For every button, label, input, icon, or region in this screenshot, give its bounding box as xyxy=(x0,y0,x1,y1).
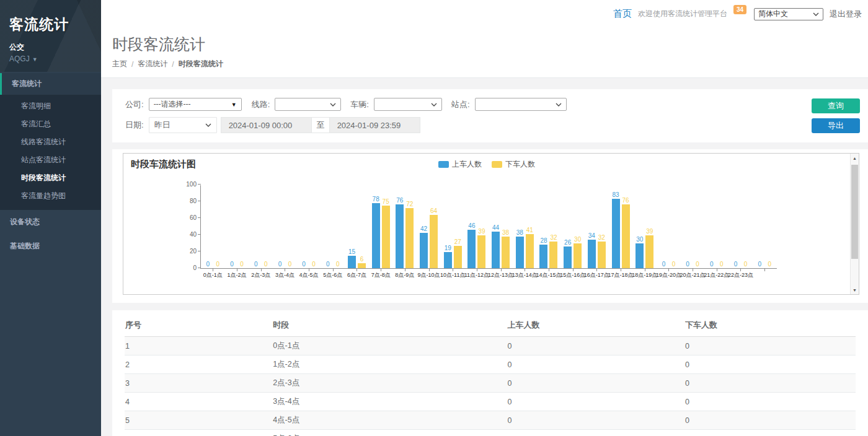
sidebar-item-base-data[interactable]: 基础数据 xyxy=(0,234,101,258)
user-dropdown[interactable]: AQGJ▼ xyxy=(9,54,101,63)
bar-column: 0 xyxy=(310,261,318,268)
bar-value-label: 38 xyxy=(516,229,523,236)
x-axis-label: 8点-9点 xyxy=(395,271,414,279)
sidebar: 客流统计 公交 AQGJ▼ 客流统计 客流明细客流汇总线路客流统计站点客流统计时… xyxy=(0,0,101,436)
bar-column: 32 xyxy=(549,234,557,268)
notification-badge[interactable]: 34 xyxy=(733,5,746,14)
station-select[interactable] xyxy=(475,98,567,111)
bar-value-label: 30 xyxy=(636,236,643,243)
bar-column: 0 xyxy=(717,261,725,268)
x-axis-label: 0点-1点 xyxy=(203,271,223,279)
table-row: 10点-1点00 xyxy=(125,337,856,355)
scroll-down-icon[interactable]: ▼ xyxy=(851,286,859,294)
bar-column: 0 xyxy=(204,261,212,268)
bar-value-label: 83 xyxy=(612,191,619,198)
bar-value-label: 72 xyxy=(406,201,413,207)
bar-value-label: 28 xyxy=(540,237,547,244)
bar-value-label: 0 xyxy=(758,261,761,268)
home-link[interactable]: 首页 xyxy=(613,8,632,20)
chart-container[interactable]: 时段车流统计图 上车人数下车人数 020406080100000点-1点001点… xyxy=(123,153,859,295)
table-cell: 0 xyxy=(507,430,684,436)
org-name: 公交 xyxy=(9,42,101,53)
bar-value-label: 0 xyxy=(336,261,340,268)
company-select[interactable]: ---请选择--- ▼ xyxy=(149,98,242,111)
table-row: 43点-4点00 xyxy=(125,393,856,411)
bar-column: 75 xyxy=(382,198,390,268)
chevron-down-icon xyxy=(205,123,211,127)
bar-value-label: 27 xyxy=(454,238,461,245)
data-table: 序号时段上车人数下车人数 10点-1点0021点-2点0032点-3点0043点… xyxy=(125,315,856,436)
bar-value-label: 0 xyxy=(206,261,210,268)
bar-column: 30 xyxy=(636,236,644,269)
x-axis-label: 15点-16点 xyxy=(560,271,585,279)
bar-group: 192710点-11点 xyxy=(441,185,465,268)
table-cell: 0 xyxy=(684,393,856,411)
sidebar-subitem[interactable]: 客流汇总 xyxy=(0,115,101,133)
legend-item[interactable]: 下车人数 xyxy=(492,159,535,170)
vehicle-select[interactable] xyxy=(374,98,442,111)
bar-column: 0 xyxy=(276,261,284,268)
date-label: 日期: xyxy=(125,120,144,131)
bar-column: 0 xyxy=(300,261,308,268)
station-label: 站点: xyxy=(451,99,470,110)
table-cell: 1 xyxy=(125,337,272,355)
x-axis-label: 21点-22点 xyxy=(704,271,729,279)
sidebar-submenu: 客流明细客流汇总线路客流统计站点客流统计时段客流统计客流量趋势图 xyxy=(0,95,101,210)
welcome-text: 欢迎使用客流统计管理平台 xyxy=(638,9,727,19)
scrollbar-thumb[interactable] xyxy=(851,165,858,259)
table-cell: 3 xyxy=(125,374,272,393)
date-end-input[interactable]: 2024-01-09 23:59 xyxy=(329,117,420,133)
breadcrumb-current: 时段客流统计 xyxy=(179,59,223,69)
bar-value-label: 26 xyxy=(564,239,571,246)
breadcrumb-home[interactable]: 主页 xyxy=(112,59,127,69)
bar-value-label: 78 xyxy=(373,196,379,203)
bar-value-label: 75 xyxy=(383,198,389,205)
bar xyxy=(539,245,547,268)
x-axis-label: 20点-21点 xyxy=(680,271,706,279)
bar-value-label: 0 xyxy=(326,261,330,268)
chevron-down-icon xyxy=(556,103,562,107)
logout-link[interactable]: 退出登录 xyxy=(830,9,862,20)
bar xyxy=(430,215,438,268)
bar-group: 463911点-12点 xyxy=(465,185,489,268)
language-select[interactable]: 简体中文 xyxy=(754,8,823,20)
x-axis-label: 13点-14点 xyxy=(512,271,538,279)
legend-item[interactable]: 上车人数 xyxy=(438,159,482,170)
date-start-input[interactable]: 2024-01-09 00:00 xyxy=(221,117,312,133)
bar-column: 0 xyxy=(756,261,764,268)
bar-value-label: 32 xyxy=(598,234,605,241)
breadcrumb: 主页 / 客流统计 / 时段客流统计 xyxy=(112,59,868,69)
bar-chart-plot: 020406080100000点-1点001点-2点002点-3点003点-4点… xyxy=(200,185,777,269)
x-axis-label: 9点-10点 xyxy=(418,271,440,279)
x-axis-label: 4点-5点 xyxy=(299,271,319,279)
x-axis-label: 18点-19点 xyxy=(632,271,657,279)
sidebar-subitem[interactable]: 线路客流统计 xyxy=(0,133,101,151)
chevron-down-icon xyxy=(431,103,437,107)
bar-column: 38 xyxy=(516,229,524,268)
breadcrumb-section[interactable]: 客流统计 xyxy=(138,59,167,69)
bar-value-label: 0 xyxy=(768,261,771,268)
bar-group: 78757点-8点 xyxy=(369,185,393,268)
sidebar-subitem[interactable]: 客流量趋势图 xyxy=(0,187,101,205)
sidebar-subitem[interactable]: 站点客流统计 xyxy=(0,151,101,169)
bar xyxy=(454,246,462,268)
table-header-cell: 时段 xyxy=(272,315,507,337)
filter-panel: 公司: ---请选择--- ▼ 线路: 车辆: 站点: 日期: xyxy=(112,89,868,142)
x-axis-label: 1点-2点 xyxy=(228,271,247,279)
bar-value-label: 41 xyxy=(526,227,533,233)
y-axis-tick-label: 0 xyxy=(193,264,197,271)
bar-group: 002点-3点 xyxy=(249,185,273,268)
sidebar-subitem[interactable]: 客流明细 xyxy=(0,97,101,115)
sidebar-item-passenger-stats[interactable]: 客流统计 xyxy=(0,73,101,95)
bar xyxy=(358,263,366,268)
bar xyxy=(467,230,476,268)
date-preset-select[interactable]: 昨日 xyxy=(149,117,217,133)
export-button[interactable]: 导出 xyxy=(812,118,860,133)
sidebar-item-device-status[interactable]: 设备状态 xyxy=(0,210,101,234)
bar-value-label: 0 xyxy=(278,261,282,268)
bar xyxy=(622,204,630,268)
sidebar-subitem[interactable]: 时段客流统计 xyxy=(0,169,101,187)
scroll-up-icon[interactable]: ▲ xyxy=(851,154,859,162)
query-button[interactable]: 查询 xyxy=(812,98,860,113)
line-select[interactable] xyxy=(275,98,341,111)
